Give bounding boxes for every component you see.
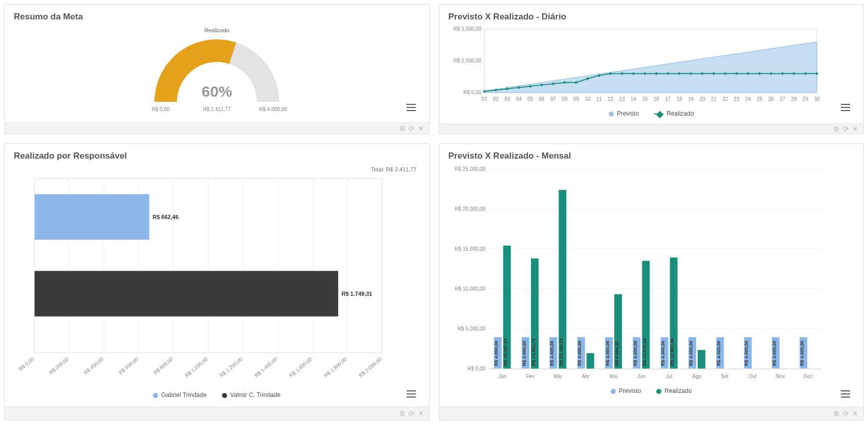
- close-icon[interactable]: ✕: [418, 124, 424, 133]
- gauge-top-label: Realizado: [204, 27, 229, 33]
- refresh-icon[interactable]: ⟳: [409, 124, 415, 133]
- card-footer: ⚙ ⟳ ✕: [5, 122, 429, 134]
- svg-text:Abr: Abr: [582, 374, 590, 379]
- gear-icon[interactable]: ⚙: [399, 124, 406, 133]
- svg-text:R$ 4.000,00: R$ 4.000,00: [605, 341, 610, 366]
- svg-text:22: 22: [722, 96, 728, 102]
- card-title: Realizado por Responsável: [5, 144, 429, 164]
- svg-text:28: 28: [791, 96, 797, 102]
- chart-legend: Previsto Realizado: [449, 384, 855, 396]
- svg-text:R$ 22.460,53: R$ 22.460,53: [558, 338, 563, 366]
- svg-text:09: 09: [573, 96, 579, 102]
- svg-text:19: 19: [687, 96, 694, 102]
- svg-rect-89: [34, 271, 339, 317]
- svg-text:Nov: Nov: [775, 374, 785, 379]
- svg-text:R$ 2.500,00: R$ 2.500,00: [453, 58, 481, 63]
- svg-rect-121: [586, 353, 594, 369]
- close-icon[interactable]: ✕: [418, 409, 424, 418]
- chart-menu-button[interactable]: [407, 390, 416, 398]
- card-title: Previsto X Realizado - Mensal: [439, 144, 864, 164]
- svg-text:10: 10: [585, 96, 591, 102]
- svg-text:14: 14: [630, 96, 636, 102]
- svg-text:R$ 4.000,00: R$ 4.000,00: [744, 341, 749, 366]
- chart-menu-button[interactable]: [841, 390, 850, 398]
- svg-text:16: 16: [653, 96, 659, 102]
- svg-text:R$ 200,00: R$ 200,00: [48, 356, 70, 376]
- svg-text:R$ 4.000,00: R$ 4.000,00: [716, 341, 721, 366]
- svg-text:Dez: Dez: [803, 374, 812, 379]
- svg-text:Set: Set: [721, 374, 728, 379]
- svg-text:27: 27: [780, 96, 786, 102]
- svg-text:18: 18: [676, 96, 682, 102]
- chart-menu-button[interactable]: [841, 104, 850, 111]
- total-label: Total: R$ 2.411,77: [14, 164, 420, 173]
- svg-text:Jul: Jul: [665, 374, 672, 379]
- chart-legend: Previsto Realizado: [449, 107, 855, 118]
- svg-text:Ago: Ago: [692, 374, 701, 379]
- svg-text:07: 07: [550, 96, 556, 102]
- svg-text:30: 30: [814, 96, 820, 102]
- responsavel-chart: R$ 0,00R$ 200,00R$ 400,00R$ 600,00R$ 800…: [14, 173, 392, 388]
- svg-text:R$ 4.000,00: R$ 4.000,00: [521, 341, 526, 366]
- svg-text:R$ 25.000,00: R$ 25.000,00: [454, 166, 485, 172]
- close-icon[interactable]: ✕: [852, 409, 858, 418]
- monthly-chart: R$ 0,00R$ 5.000,00R$ 10.000,00R$ 15.000,…: [449, 164, 827, 384]
- card-title: Resumo da Meta: [5, 5, 429, 25]
- gauge-min: R$ 0,00: [151, 106, 169, 112]
- refresh-icon[interactable]: ⟳: [409, 409, 415, 418]
- svg-text:R$ 4.000,00: R$ 4.000,00: [771, 341, 776, 366]
- svg-text:R$ 4.000,00: R$ 4.000,00: [632, 341, 637, 366]
- refresh-icon[interactable]: ⟳: [843, 125, 849, 133]
- svg-text:R$ 20.000,00: R$ 20.000,00: [454, 206, 485, 212]
- svg-text:17: 17: [665, 96, 671, 102]
- svg-text:Jun: Jun: [637, 374, 645, 379]
- card-footer: ⚙ ⟳ ✕: [5, 406, 429, 420]
- refresh-icon[interactable]: ⟳: [843, 409, 849, 418]
- svg-text:04: 04: [516, 96, 522, 102]
- svg-text:29: 29: [803, 96, 809, 102]
- chart-menu-button[interactable]: [407, 104, 416, 111]
- svg-text:R$ 400,00: R$ 400,00: [83, 356, 105, 376]
- svg-text:23: 23: [733, 96, 740, 102]
- svg-text:Fev: Fev: [526, 374, 535, 379]
- close-icon[interactable]: ✕: [852, 125, 858, 133]
- svg-text:26: 26: [768, 96, 774, 102]
- card-footer: ⚙ ⟳ ✕: [439, 406, 864, 420]
- card-footer: ⚙ ⟳ ✕: [439, 123, 864, 134]
- gear-icon[interactable]: ⚙: [833, 125, 840, 133]
- svg-text:R$ 15.000,00: R$ 15.000,00: [454, 246, 485, 252]
- card-title: Previsto X Realizado - Diário: [439, 5, 864, 25]
- svg-text:R$ 4.000,00: R$ 4.000,00: [688, 341, 693, 366]
- svg-text:R$ 9.394,32: R$ 9.394,32: [614, 341, 619, 366]
- svg-text:21: 21: [710, 96, 717, 102]
- card-previsto-realizado-diario: Previsto X Realizado - Diário R$ 0,00R$ …: [439, 4, 864, 134]
- gauge-percent: 60%: [202, 83, 232, 100]
- svg-text:25: 25: [756, 96, 763, 102]
- gauge-mid: R$ 2.411,77: [203, 106, 231, 112]
- svg-text:R$ 4.000,00: R$ 4.000,00: [494, 341, 499, 366]
- svg-text:01: 01: [481, 96, 487, 102]
- gear-icon[interactable]: ⚙: [833, 409, 840, 418]
- svg-text:Mar: Mar: [553, 374, 563, 379]
- svg-text:R$ 4.000,00: R$ 4.000,00: [577, 341, 582, 366]
- card-resumo-meta: Resumo da Meta Realizado 60% R$ 0,00 R$ …: [4, 4, 430, 134]
- svg-text:Jan: Jan: [498, 374, 506, 379]
- svg-text:R$ 1.800,00: R$ 1.800,00: [323, 356, 348, 379]
- svg-text:R$ 4.000,00: R$ 4.000,00: [799, 341, 804, 366]
- svg-text:15: 15: [642, 96, 648, 102]
- svg-text:R$ 5.000,00: R$ 5.000,00: [457, 326, 485, 332]
- chart-legend: Gabriel Trindade Valmir C. Trindade: [14, 388, 420, 400]
- svg-text:R$ 10.000,00: R$ 10.000,00: [454, 286, 485, 292]
- svg-text:R$ 4.000,00: R$ 4.000,00: [660, 341, 665, 366]
- svg-text:R$ 1.400,00: R$ 1.400,00: [253, 356, 278, 379]
- svg-text:R$ 13.576,44: R$ 13.576,44: [641, 338, 647, 366]
- svg-text:R$ 1.200,00: R$ 1.200,00: [218, 356, 243, 379]
- svg-text:12: 12: [607, 96, 613, 102]
- gear-icon[interactable]: ⚙: [399, 409, 406, 418]
- svg-text:R$ 600,00: R$ 600,00: [118, 356, 140, 376]
- svg-text:11: 11: [596, 96, 602, 102]
- svg-text:R$ 13.861,79: R$ 13.861,79: [530, 338, 536, 366]
- gauge-chart: Realizado 60% R$ 0,00 R$ 2.411,77 R$ 4.0…: [84, 25, 350, 117]
- svg-text:R$ 15.487,97: R$ 15.487,97: [503, 338, 508, 366]
- svg-text:R$ 4.000,00: R$ 4.000,00: [549, 341, 554, 366]
